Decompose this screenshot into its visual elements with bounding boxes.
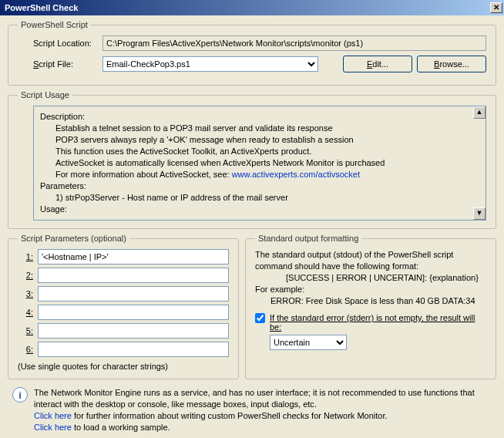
stdout-line2: [SUCCESS | ERROR | UNCERTAIN]: {explanat… <box>286 272 486 284</box>
usage-desc-line: POP3 servers always reply a '+OK' messag… <box>55 134 470 146</box>
edit-button[interactable]: Edit... <box>343 56 412 72</box>
dialog-content: PowerShell Script Script Location: Scrip… <box>0 15 504 438</box>
powershell-script-legend: PowerShell Script <box>18 20 91 29</box>
script-usage-group: Script Usage Description: Establish a te… <box>8 90 496 229</box>
param-label-2: 2: <box>18 271 33 280</box>
window-title: PowerShell Check <box>5 3 490 12</box>
script-usage-legend: Script Usage <box>18 90 72 99</box>
usage-desc-line: This function uses the ActiveSocket Tool… <box>55 146 470 157</box>
script-location-field <box>102 35 486 51</box>
script-parameters-group: Script Parameters (optional) 1: 2: 3: 4:… <box>8 234 239 379</box>
script-file-label: Script File: <box>18 59 102 69</box>
usage-param-line: 1) strPop3Server - Host name or IP addre… <box>55 192 470 204</box>
stdout-line3: For example: <box>255 284 486 295</box>
param-hint: (Use single quotes for character strings… <box>18 362 229 371</box>
usage-description-label: Description: <box>40 111 470 123</box>
scroll-down-icon[interactable]: ▼ <box>473 207 486 220</box>
stderr-checkbox[interactable] <box>255 313 265 323</box>
script-parameters-legend: Script Parameters (optional) <box>18 234 129 243</box>
stderr-result-combo[interactable]: Uncertain <box>270 335 347 350</box>
usage-text-box: Description: Establish a telnet session … <box>33 106 486 221</box>
title-bar: PowerShell Check ✕ <box>0 0 504 15</box>
info-section: i The Network Monitor Engine runs as a s… <box>8 384 496 436</box>
param-label-3: 3: <box>18 289 33 298</box>
param-input-6[interactable] <box>38 342 229 357</box>
usage-scrollbar[interactable]: ▲ ▼ <box>473 106 486 220</box>
info-link2[interactable]: Click here <box>34 423 72 432</box>
usage-usage-label: Usage: <box>40 204 470 215</box>
param-input-5[interactable] <box>38 323 229 339</box>
info-line1: The Network Monitor Engine runs as a ser… <box>34 387 492 410</box>
scroll-up-icon[interactable]: ▲ <box>473 106 486 119</box>
stdout-line4: ERROR: Free Disk Space is less than 40 G… <box>270 295 486 307</box>
stdout-formatting-group: Standard output formatting The standard … <box>245 234 496 379</box>
param-label-1: 1: <box>18 252 33 261</box>
param-label-5: 5: <box>18 326 33 335</box>
browse-button[interactable]: Browse... <box>417 56 486 72</box>
param-input-2[interactable] <box>38 268 229 283</box>
script-file-combo[interactable]: Email-CheckPop3.ps1 <box>102 56 318 72</box>
info-link1[interactable]: Click here <box>34 411 72 420</box>
param-label-4: 4: <box>18 308 33 317</box>
param-input-3[interactable] <box>38 286 229 302</box>
info-link2-rest: to load a working sample. <box>72 423 170 432</box>
activesocket-link[interactable]: www.activexperts.com/activsocket <box>232 170 360 179</box>
info-link1-rest: for further information about writing cu… <box>72 411 388 420</box>
usage-desc-line: For more information about ActiveSocket,… <box>55 169 470 180</box>
close-button[interactable]: ✕ <box>490 2 502 13</box>
usage-desc-line: ActiveSocket is automatically licensed w… <box>55 157 470 169</box>
param-input-4[interactable] <box>38 305 229 320</box>
powershell-script-group: PowerShell Script Script Location: Scrip… <box>8 20 496 86</box>
usage-parameters-label: Parameters: <box>40 180 470 192</box>
stderr-check-label: If the standard error (stderr) is not em… <box>270 313 486 332</box>
script-location-label: Script Location: <box>18 39 102 48</box>
stdout-legend: Standard output formatting <box>255 234 361 243</box>
stdout-line1: The standard output (stdout) of the Powe… <box>255 249 486 272</box>
info-icon: i <box>12 387 28 403</box>
usage-desc-line: Establish a telnet session to a POP3 mai… <box>55 123 470 134</box>
param-input-1[interactable] <box>38 249 229 264</box>
param-label-6: 6: <box>18 345 33 354</box>
